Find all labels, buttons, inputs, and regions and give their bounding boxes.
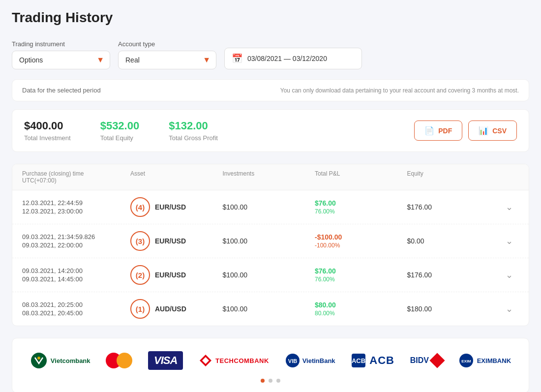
date-label bbox=[224, 37, 362, 45]
total-investment-label: Total Investment bbox=[24, 134, 71, 142]
acb-logo: ACB ACB bbox=[351, 348, 394, 373]
asset-name-4: EUR/USD bbox=[155, 203, 186, 211]
expand-btn-3[interactable]: ⌄ bbox=[499, 236, 519, 246]
pnl-value-3: -$100.00 bbox=[315, 233, 407, 241]
svg-text:VIB: VIB bbox=[288, 358, 297, 364]
svg-point-1 bbox=[37, 357, 40, 360]
th-equity: Equity bbox=[407, 170, 500, 184]
total-equity-value: $532.00 bbox=[100, 120, 140, 132]
table-row: 09.03.2021, 14:20:00 09.03.2021, 14:45:0… bbox=[12, 258, 529, 292]
table-header: Purchase (closing) time UTC(+07:00) Asse… bbox=[12, 164, 529, 190]
total-equity-label: Total Equity bbox=[100, 134, 140, 142]
asset-cell-1: (1) AUD/USD bbox=[130, 299, 223, 319]
vietcombank-icon bbox=[30, 352, 48, 369]
vietcombank-logo: Vietcombank bbox=[30, 348, 90, 373]
techcombank-icon bbox=[199, 354, 212, 367]
calendar-icon: 📅 bbox=[232, 53, 242, 64]
trades-table: Purchase (closing) time UTC(+07:00) Asse… bbox=[12, 164, 529, 326]
th-time: Purchase (closing) time UTC(+07:00) bbox=[22, 170, 130, 184]
equity-4: $176.00 bbox=[407, 203, 500, 211]
bidv-diamond bbox=[429, 353, 445, 368]
open-time-4: 12.03.2021, 22:44:59 bbox=[22, 199, 130, 207]
account-label: Account type bbox=[118, 40, 216, 48]
carousel-dots bbox=[27, 379, 514, 383]
period-info: Data for the selected period bbox=[22, 87, 101, 94]
pnl-value-2: $76.00 bbox=[315, 267, 407, 275]
vietinbank-logo: VIB VietinBank bbox=[285, 348, 335, 373]
equity-1: $180.00 bbox=[407, 305, 500, 313]
total-investment-item: $400.00 Total Investment bbox=[24, 120, 71, 142]
mc-orange-circle bbox=[117, 353, 132, 368]
dot-3[interactable] bbox=[276, 379, 280, 383]
investment-2: $100.00 bbox=[223, 271, 315, 279]
csv-label: CSV bbox=[492, 127, 507, 135]
export-buttons: 📄 PDF 📊 CSV bbox=[414, 121, 517, 141]
mastercard-logo bbox=[106, 348, 132, 373]
date-range-text: 03/08/2021 — 03/12/2020 bbox=[247, 55, 327, 62]
th-pnl: Total P&L bbox=[315, 170, 407, 184]
total-profit-value: $132.00 bbox=[169, 120, 218, 132]
close-time-3: 09.03.2021, 22:00:00 bbox=[22, 241, 130, 249]
pdf-label: PDF bbox=[438, 127, 452, 135]
pnl-pct-3: -100.00% bbox=[315, 242, 407, 249]
row-time-2: 09.03.2021, 14:20:00 09.03.2021, 14:45:0… bbox=[22, 267, 130, 283]
row-time-3: 09.03.2021, 21:34:59.826 09.03.2021, 22:… bbox=[22, 233, 130, 249]
instrument-select-wrapper: Options Forex Crypto ▼ bbox=[12, 51, 110, 69]
pnl-value-4: $76.00 bbox=[315, 199, 407, 207]
visa-logo: VISA bbox=[148, 348, 183, 373]
expand-btn-1[interactable]: ⌄ bbox=[499, 303, 519, 314]
asset-badge-3: (3) bbox=[130, 231, 150, 251]
asset-badge-2: (2) bbox=[130, 265, 150, 285]
filter-row: Trading instrument Options Forex Crypto … bbox=[12, 37, 529, 69]
instrument-select[interactable]: Options Forex Crypto bbox=[12, 51, 110, 69]
bidv-logo: BIDV bbox=[410, 348, 443, 373]
investment-1: $100.00 bbox=[223, 305, 315, 313]
pnl-cell-4: $76.00 76.00% bbox=[315, 199, 407, 215]
total-profit-label: Total Gross Profit bbox=[169, 134, 218, 142]
dot-2[interactable] bbox=[269, 379, 272, 383]
th-asset: Asset bbox=[130, 170, 223, 184]
account-filter-group: Account type Real Demo ▼ bbox=[118, 40, 216, 69]
date-filter-group: 📅 03/08/2021 — 03/12/2020 bbox=[224, 37, 362, 69]
svg-text:EXIM: EXIM bbox=[461, 359, 471, 363]
row-time-1: 08.03.2021, 20:25:00 08.03.2021, 20:45:0… bbox=[22, 301, 130, 317]
pdf-button[interactable]: 📄 PDF bbox=[414, 121, 462, 141]
investment-3: $100.00 bbox=[223, 237, 315, 245]
equity-2: $176.00 bbox=[407, 271, 500, 279]
open-time-2: 09.03.2021, 14:20:00 bbox=[22, 267, 130, 274]
instrument-filter-group: Trading instrument Options Forex Crypto … bbox=[12, 40, 110, 69]
pnl-pct-4: 76.00% bbox=[315, 208, 407, 215]
date-range-picker[interactable]: 📅 03/08/2021 — 03/12/2020 bbox=[224, 48, 362, 69]
table-row: 12.03.2021, 22:44:59 12.03.2021, 23:00:0… bbox=[12, 190, 529, 224]
csv-button[interactable]: 📊 CSV bbox=[468, 121, 517, 141]
page-title: Trading History bbox=[12, 10, 529, 26]
download-note: You can only download data pertaining to… bbox=[280, 87, 519, 94]
techcombank-logo: TECHCOMBANK bbox=[199, 348, 269, 373]
info-bar: Data for the selected period You can onl… bbox=[12, 79, 529, 101]
asset-badge-1: (1) bbox=[130, 299, 150, 319]
svg-text:ACB: ACB bbox=[352, 357, 365, 364]
pnl-cell-3: -$100.00 -100.00% bbox=[315, 233, 407, 249]
pnl-cell-2: $76.00 76.00% bbox=[315, 267, 407, 283]
eximbank-logo: EXIM EXIMBANK bbox=[458, 348, 511, 373]
payment-section: Vietcombank VISA bbox=[12, 338, 529, 392]
th-expand bbox=[499, 170, 519, 184]
acb-icon: ACB bbox=[351, 353, 366, 368]
instrument-label: Trading instrument bbox=[12, 40, 110, 48]
pnl-cell-1: $80.00 80.00% bbox=[315, 301, 407, 317]
asset-badge-4: (4) bbox=[130, 197, 150, 217]
account-select[interactable]: Real Demo bbox=[118, 51, 216, 69]
asset-name-3: EUR/USD bbox=[155, 237, 186, 245]
expand-btn-2[interactable]: ⌄ bbox=[499, 270, 519, 280]
dot-1[interactable] bbox=[261, 379, 265, 383]
equity-3: $0.00 bbox=[407, 237, 500, 245]
asset-cell-4: (4) EUR/USD bbox=[130, 197, 223, 217]
summary-card: $400.00 Total Investment $532.00 Total E… bbox=[12, 109, 529, 152]
expand-btn-4[interactable]: ⌄ bbox=[499, 202, 519, 212]
investment-4: $100.00 bbox=[223, 203, 315, 211]
pnl-pct-2: 76.00% bbox=[315, 276, 407, 283]
close-time-1: 08.03.2021, 20:45:00 bbox=[22, 309, 130, 317]
row-time-4: 12.03.2021, 22:44:59 12.03.2021, 23:00:0… bbox=[22, 199, 130, 215]
asset-cell-2: (2) EUR/USD bbox=[130, 265, 223, 285]
close-time-2: 09.03.2021, 14:45:00 bbox=[22, 275, 130, 283]
